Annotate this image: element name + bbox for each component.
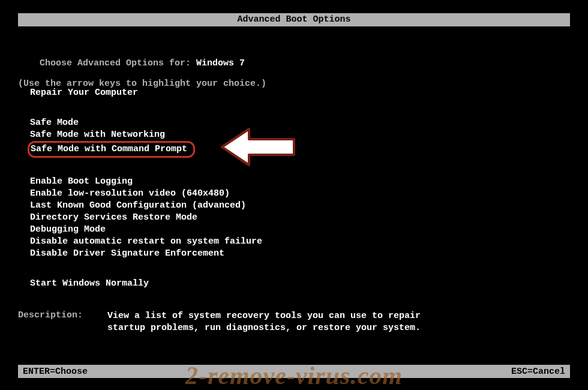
footer-esc: ESC=Cancel [511,367,565,377]
menu-item[interactable]: Safe Mode with Networking [30,129,262,141]
footer-enter: ENTER=Choose [23,367,88,377]
intro-block: Choose Advanced Options for: Windows 7 (… [18,48,266,89]
footer-bar: ENTER=Choose ESC=Cancel [18,365,570,378]
os-name: Windows 7 [196,58,245,68]
menu-item[interactable]: Disable Driver Signature Enforcement [30,248,262,260]
menu-item[interactable]: Debugging Mode [30,224,262,236]
boot-options-menu: Repair Your ComputerSafe ModeSafe Mode w… [30,87,262,308]
page-title: Advanced Boot Options [237,14,350,25]
title-bar: Advanced Boot Options [18,13,570,26]
menu-group: Enable Boot LoggingEnable low-resolution… [30,176,262,260]
menu-group: Start Windows Normally [30,278,262,290]
menu-group: Repair Your Computer [30,87,262,99]
menu-item[interactable]: Repair Your Computer [30,87,262,99]
description-label: Description: [18,310,99,334]
highlighted-option[interactable]: Safe Mode with Command Prompt [28,141,195,158]
menu-item[interactable]: Safe Mode with Command Prompt [30,141,262,158]
description-block: Description: View a list of system recov… [18,310,443,334]
menu-item[interactable]: Start Windows Normally [30,278,262,290]
description-text: View a list of system recovery tools you… [107,310,443,334]
menu-item[interactable]: Directory Services Restore Mode [30,212,262,224]
menu-item[interactable]: Enable low-resolution video (640x480) [30,188,262,200]
menu-item[interactable]: Disable automatic restart on system fail… [30,236,262,248]
menu-item[interactable]: Enable Boot Logging [30,176,262,188]
menu-item[interactable]: Safe Mode [30,117,262,129]
menu-group: Safe ModeSafe Mode with NetworkingSafe M… [30,117,262,158]
menu-item[interactable]: Last Known Good Configuration (advanced) [30,200,262,212]
intro-prefix: Choose Advanced Options for: [40,58,196,68]
